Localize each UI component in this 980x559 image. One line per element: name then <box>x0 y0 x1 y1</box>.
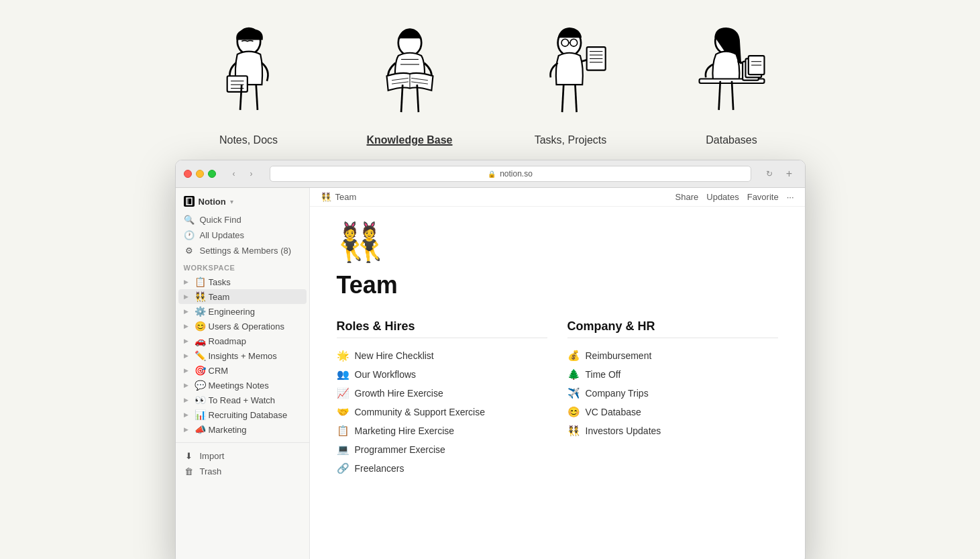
our-workflows-item[interactable]: 👥 Our Workflows <box>337 365 547 384</box>
settings-icon: ⚙ <box>184 246 195 256</box>
quick-find-button[interactable]: 🔍 Quick Find <box>176 212 309 227</box>
reimbursement-label: Reimbursement <box>586 350 652 361</box>
programmer-emoji: 💻 <box>337 444 349 456</box>
share-button[interactable]: Share <box>675 192 699 202</box>
back-button[interactable]: ‹ <box>227 166 241 181</box>
new-tab-button[interactable]: + <box>782 166 797 181</box>
time-off-item[interactable]: 🌲 Time Off <box>567 365 778 384</box>
company-trips-item[interactable]: ✈️ Company Trips <box>567 384 778 403</box>
team-label: Team <box>209 292 301 302</box>
crm-emoji: 🎯 <box>195 365 206 376</box>
maximize-button[interactable] <box>208 170 216 178</box>
sidebar-item-team[interactable]: ▶ 👯 Team <box>178 289 307 304</box>
trash-label: Trash <box>200 466 222 476</box>
investors-updates-item[interactable]: 👯 Investors Updates <box>567 421 778 440</box>
vc-database-label: VC Database <box>586 407 641 417</box>
page-columns: Roles & Hires 🌟 New Hire Checklist 👥 Our… <box>337 319 778 478</box>
search-icon: 🔍 <box>184 215 195 225</box>
meetings-notes-label: Meetings Notes <box>209 380 301 391</box>
users-ops-label: Users & Operations <box>209 321 301 332</box>
tasks-projects-figure <box>517 20 624 128</box>
tasks-label: Tasks <box>209 277 301 287</box>
sidebar-item-meetings-notes[interactable]: ▶ 💬 Meetings Notes <box>178 378 307 393</box>
page-breadcrumb: 👯 Team <box>321 192 357 202</box>
quick-find-label: Quick Find <box>200 215 241 225</box>
insights-memos-label: Insights + Memos <box>209 351 301 361</box>
sidebar-item-users-ops[interactable]: ▶ 😊 Users & Operations <box>178 319 307 334</box>
knowledge-base-label: Knowledge Base <box>366 134 452 146</box>
page-emoji: 👯 <box>337 220 778 264</box>
vc-database-item[interactable]: 😊 VC Database <box>567 403 778 421</box>
nav-arrows: ‹ › <box>227 166 259 181</box>
vc-database-emoji: 😊 <box>567 406 580 418</box>
toolbar-page-title: Team <box>335 192 357 202</box>
freelancers-item[interactable]: 🔗 Freelancers <box>337 459 547 478</box>
freelancers-emoji: 🔗 <box>337 462 349 474</box>
sidebar-item-crm[interactable]: ▶ 🎯 CRM <box>178 363 307 378</box>
investors-emoji: 👯 <box>567 425 580 437</box>
favorite-button[interactable]: Favorite <box>747 192 779 202</box>
sidebar-workspace-header[interactable]: Notion ▾ <box>176 193 309 212</box>
sidebar: Notion ▾ 🔍 Quick Find 🕐 All Updates ⚙ Se… <box>176 188 310 559</box>
settings-members-button[interactable]: ⚙ Settings & Members (8) <box>176 243 309 258</box>
forward-button[interactable]: › <box>244 166 259 181</box>
page-toolbar: 👯 Team Share Updates Favorite ··· <box>310 188 805 207</box>
recruiting-db-label: Recruiting Database <box>209 410 301 420</box>
engineering-emoji: ⚙️ <box>195 306 206 317</box>
chevron-right-icon: ▶ <box>184 308 192 315</box>
reload-button[interactable]: ↻ <box>762 166 777 181</box>
sidebar-item-marketing[interactable]: ▶ 📣 Marketing <box>178 422 307 437</box>
company-trips-emoji: ✈️ <box>567 387 580 399</box>
new-hire-checklist-item[interactable]: 🌟 New Hire Checklist <box>337 346 547 365</box>
users-ops-emoji: 😊 <box>195 321 206 332</box>
tasks-projects-label: Tasks, Projects <box>535 134 607 146</box>
chevron-right-icon: ▶ <box>184 382 192 389</box>
clock-icon: 🕐 <box>184 230 195 240</box>
chevron-right-icon: ▶ <box>184 293 192 300</box>
browser-window: ‹ › 🔒 notion.so ↻ + <box>175 160 806 559</box>
roles-hires-heading: Roles & Hires <box>337 319 547 338</box>
programmer-exercise-item[interactable]: 💻 Programmer Exercise <box>337 440 547 459</box>
toolbar-page-emoji: 👯 <box>321 192 331 202</box>
trash-icon: 🗑 <box>184 466 195 476</box>
illustration-tasks-projects: Tasks, Projects <box>517 20 624 146</box>
databases-figure <box>678 20 785 128</box>
minimize-button[interactable] <box>196 170 204 178</box>
updates-button[interactable]: Updates <box>706 192 739 202</box>
sidebar-item-to-read-watch[interactable]: ▶ 👀 To Read + Watch <box>178 393 307 407</box>
chevron-right-icon: ▶ <box>184 352 192 359</box>
notion-logo-icon <box>184 196 195 207</box>
all-updates-button[interactable]: 🕐 All Updates <box>176 227 309 243</box>
chevron-right-icon: ▶ <box>184 323 192 329</box>
sidebar-item-roadmap[interactable]: ▶ 🚗 Roadmap <box>178 334 307 348</box>
sidebar-item-insights-memos[interactable]: ▶ ✏️ Insights + Memos <box>178 348 307 363</box>
sidebar-item-recruiting-db[interactable]: ▶ 📊 Recruiting Database <box>178 407 307 422</box>
page-title: Team <box>337 271 778 299</box>
reimbursement-emoji: 💰 <box>567 350 580 362</box>
time-off-emoji: 🌲 <box>567 368 580 380</box>
browser-titlebar: ‹ › 🔒 notion.so ↻ + <box>176 160 805 188</box>
main-content: 👯 Team Share Updates Favorite ··· 👯 Team <box>310 188 805 559</box>
growth-hire-item[interactable]: 📈 Growth Hire Exercise <box>337 384 547 403</box>
workspace-dropdown-icon: ▾ <box>230 198 233 205</box>
growth-hire-label: Growth Hire Exercise <box>355 388 443 399</box>
workspace-section-label: WORKSPACE <box>176 258 309 274</box>
close-button[interactable] <box>184 170 192 178</box>
trash-button[interactable]: 🗑 Trash <box>176 464 309 479</box>
reimbursement-item[interactable]: 💰 Reimbursement <box>567 346 778 365</box>
url-bar[interactable]: 🔒 notion.so <box>270 166 751 182</box>
community-support-item[interactable]: 🤝 Community & Support Exercise <box>337 403 547 421</box>
sidebar-item-engineering[interactable]: ▶ ⚙️ Engineering <box>178 304 307 319</box>
more-options-button[interactable]: ··· <box>787 192 794 202</box>
chevron-right-icon: ▶ <box>184 367 192 374</box>
import-label: Import <box>200 451 225 461</box>
chevron-right-icon: ▶ <box>184 278 192 285</box>
page-toolbar-actions: Share Updates Favorite ··· <box>675 192 794 202</box>
import-button[interactable]: ⬇ Import <box>176 448 309 464</box>
engineering-label: Engineering <box>209 307 301 317</box>
chevron-right-icon: ▶ <box>184 426 192 433</box>
marketing-hire-item[interactable]: 📋 Marketing Hire Exercise <box>337 421 547 440</box>
time-off-label: Time Off <box>586 369 621 380</box>
sidebar-item-tasks[interactable]: ▶ 📋 Tasks <box>178 274 307 289</box>
illustrations-section: Notes, Docs <box>0 0 980 160</box>
